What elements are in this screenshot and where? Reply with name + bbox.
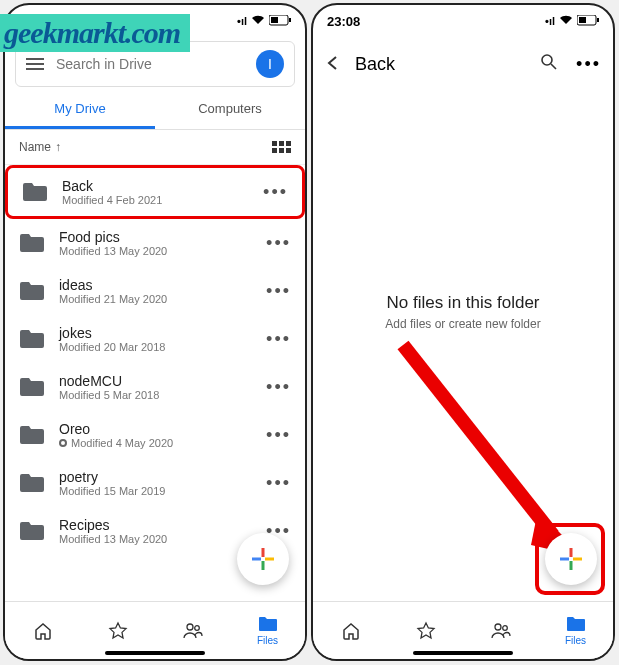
file-list: BackModified 4 Feb 2021•••Food picsModif… — [5, 165, 305, 555]
battery-icon — [577, 15, 599, 28]
wifi-icon — [559, 15, 573, 27]
nav-home[interactable] — [313, 602, 388, 659]
home-indicator — [413, 651, 513, 655]
home-icon — [341, 621, 361, 641]
tab-mydrive[interactable]: My Drive — [5, 91, 155, 129]
file-row[interactable]: jokesModified 20 Mar 2018••• — [5, 315, 305, 363]
file-meta: Modified 20 Mar 2018 — [59, 341, 252, 353]
empty-subtitle: Add files or create new folder — [313, 317, 613, 331]
file-more-button[interactable]: ••• — [266, 425, 291, 446]
folder-icon — [19, 520, 45, 542]
svg-point-12 — [542, 55, 552, 65]
file-row[interactable]: Food picsModified 13 May 2020••• — [5, 219, 305, 267]
back-button[interactable] — [325, 51, 341, 77]
view-grid-icon[interactable] — [272, 141, 291, 153]
phone-right: 23:08 •ıl Back ••• No files in this fold… — [311, 3, 615, 661]
file-name: Recipes — [59, 517, 252, 533]
svg-rect-18 — [573, 558, 582, 561]
plus-icon — [558, 546, 584, 572]
search-button[interactable] — [540, 53, 558, 76]
star-icon — [416, 621, 436, 641]
people-icon — [182, 621, 204, 641]
status-indicators: •ıl — [545, 15, 599, 28]
search-input[interactable] — [56, 56, 244, 72]
folder-icon — [19, 424, 45, 446]
fab-add-button[interactable] — [545, 533, 597, 585]
file-meta: Modified 13 May 2020 — [59, 533, 252, 545]
signal-icon: •ıl — [237, 15, 247, 27]
file-meta: Modified 21 May 2020 — [59, 293, 252, 305]
file-more-button[interactable]: ••• — [266, 473, 291, 494]
file-row[interactable]: nodeMCUModified 5 Mar 2018••• — [5, 363, 305, 411]
file-row[interactable]: OreoModified 4 May 2020••• — [5, 411, 305, 459]
annotation-arrow — [383, 335, 583, 565]
svg-rect-4 — [262, 561, 265, 570]
folder-icon — [19, 280, 45, 302]
svg-rect-16 — [570, 561, 573, 570]
nav-home[interactable] — [5, 602, 80, 659]
phone-left: 23:08 •ıl I My Drive Computers Name ↑ Ba… — [3, 3, 307, 661]
svg-rect-3 — [262, 548, 265, 557]
file-more-button[interactable]: ••• — [266, 281, 291, 302]
status-bar: 23:08 •ıl — [313, 5, 613, 37]
svg-point-19 — [495, 624, 501, 630]
file-meta: Modified 13 May 2020 — [59, 245, 252, 257]
file-meta: Modified 4 May 2020 — [59, 437, 252, 449]
folder-icon — [22, 181, 48, 203]
svg-rect-17 — [560, 558, 569, 561]
search-icon — [540, 53, 558, 71]
home-indicator — [105, 651, 205, 655]
svg-point-8 — [194, 625, 199, 630]
watermark: geekmarkt.com — [0, 14, 190, 52]
star-icon — [108, 621, 128, 641]
avatar[interactable]: I — [256, 50, 284, 78]
folder-header: Back ••• — [313, 37, 613, 91]
arrow-up-icon: ↑ — [55, 140, 61, 154]
svg-point-20 — [502, 625, 507, 630]
file-row[interactable]: poetryModified 15 Mar 2019••• — [5, 459, 305, 507]
folder-icon — [566, 615, 586, 633]
nav-files[interactable]: Files — [230, 602, 305, 659]
file-row[interactable]: BackModified 4 Feb 2021••• — [5, 165, 305, 219]
svg-rect-5 — [252, 558, 261, 561]
svg-rect-1 — [271, 17, 278, 23]
list-header: Name ↑ — [5, 130, 305, 165]
svg-point-7 — [187, 624, 193, 630]
file-more-button[interactable]: ••• — [266, 377, 291, 398]
folder-icon — [19, 376, 45, 398]
fab-add-button[interactable] — [237, 533, 289, 585]
empty-title: No files in this folder — [313, 293, 613, 313]
hamburger-icon[interactable] — [26, 55, 44, 73]
svg-rect-2 — [289, 18, 291, 22]
sort-button[interactable]: Name ↑ — [19, 140, 61, 154]
svg-rect-6 — [265, 558, 274, 561]
file-name: Oreo — [59, 421, 252, 437]
nav-files[interactable]: Files — [538, 602, 613, 659]
file-name: Food pics — [59, 229, 252, 245]
chevron-left-icon — [325, 55, 341, 71]
status-time: 23:08 — [327, 14, 360, 29]
file-more-button[interactable]: ••• — [266, 329, 291, 350]
file-meta: Modified 5 Mar 2018 — [59, 389, 252, 401]
more-button[interactable]: ••• — [576, 54, 601, 75]
battery-icon — [269, 15, 291, 28]
file-more-button[interactable]: ••• — [263, 182, 288, 203]
offline-icon — [59, 439, 67, 447]
svg-line-13 — [403, 345, 553, 535]
folder-icon — [19, 328, 45, 350]
folder-title: Back — [355, 54, 526, 75]
people-icon — [490, 621, 512, 641]
home-icon — [33, 621, 53, 641]
file-more-button[interactable]: ••• — [266, 233, 291, 254]
folder-icon — [19, 472, 45, 494]
empty-state: No files in this folder Add files or cre… — [313, 293, 613, 331]
svg-rect-15 — [570, 548, 573, 557]
folder-icon — [258, 615, 278, 633]
svg-rect-10 — [579, 17, 586, 23]
tab-computers[interactable]: Computers — [155, 91, 305, 129]
file-row[interactable]: ideasModified 21 May 2020••• — [5, 267, 305, 315]
drive-tabs: My Drive Computers — [5, 91, 305, 130]
signal-icon: •ıl — [545, 15, 555, 27]
file-meta: Modified 15 Mar 2019 — [59, 485, 252, 497]
status-indicators: •ıl — [237, 15, 291, 28]
